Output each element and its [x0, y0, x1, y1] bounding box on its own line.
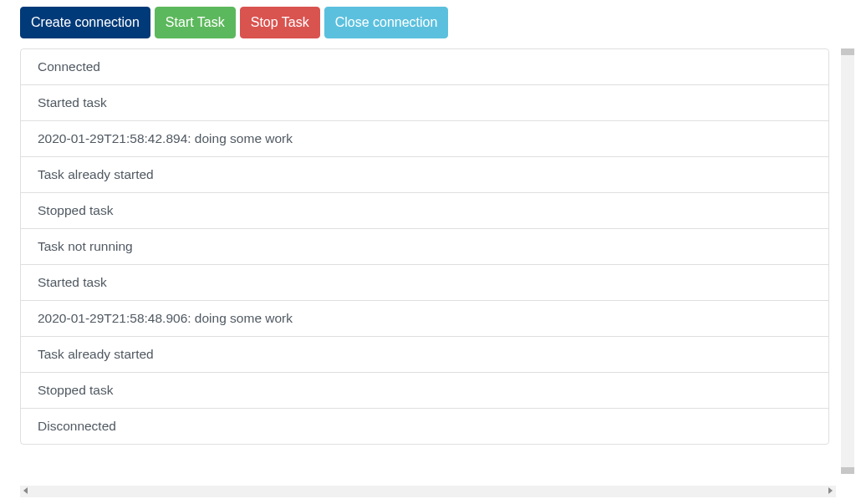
toolbar: Create connection Start Task Stop Task C… [20, 7, 836, 38]
list-item: Stopped task [21, 193, 828, 229]
close-connection-button[interactable]: Close connection [324, 7, 449, 38]
vertical-scrollbar[interactable] [841, 48, 854, 474]
list-item: Disconnected [21, 409, 828, 444]
create-connection-button[interactable]: Create connection [20, 7, 150, 38]
list-item: 2020-01-29T21:58:48.906: doing some work [21, 301, 828, 337]
list-item: Task already started [21, 337, 828, 373]
scroll-thumb-top [841, 48, 854, 55]
list-item: 2020-01-29T21:58:42.894: doing some work [21, 121, 828, 157]
horizontal-scrollbar[interactable] [20, 486, 836, 497]
list-item: Started task [21, 265, 828, 301]
list-item: Connected [21, 49, 828, 85]
stop-task-button[interactable]: Stop Task [240, 7, 320, 38]
scroll-right-arrow-icon [828, 487, 833, 494]
list-item: Task already started [21, 157, 828, 193]
scroll-left-arrow-icon [23, 487, 28, 494]
list-item: Task not running [21, 229, 828, 265]
scroll-thumb-bottom [841, 467, 854, 474]
list-item: Started task [21, 85, 828, 121]
list-item: Stopped task [21, 373, 828, 409]
log-list: Connected Started task 2020-01-29T21:58:… [20, 48, 829, 445]
start-task-button[interactable]: Start Task [155, 7, 236, 38]
